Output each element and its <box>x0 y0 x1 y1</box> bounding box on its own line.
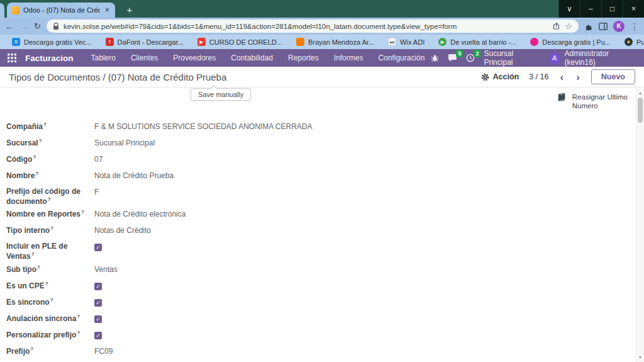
new-tab-button[interactable]: + <box>123 4 136 16</box>
scroll-up-icon[interactable]: ▲ <box>636 91 644 95</box>
menu-informes[interactable]: Informes <box>328 51 370 65</box>
menu-configuracion[interactable]: Configuración <box>372 51 431 65</box>
field-value[interactable]: Ventas <box>94 264 118 274</box>
field-row-es-un-cpe: Es un CPE?✓ <box>6 281 478 294</box>
field-row-sub-tipo: Sub tipo?Ventas <box>6 264 478 278</box>
debug-icon[interactable] <box>431 54 439 62</box>
checkbox-checked[interactable]: ✓ <box>94 244 102 251</box>
field-value[interactable]: Nota de Crédito electrónica <box>94 209 186 218</box>
back-icon[interactable]: ← <box>5 21 14 31</box>
help-marker: ? <box>50 297 53 303</box>
bookmark-star-icon[interactable]: ☆ <box>565 21 572 31</box>
bookmark-label: DaFont - Descargar... <box>118 38 184 46</box>
scrollbar-thumb[interactable] <box>638 98 643 123</box>
menu-clientes[interactable]: Clientes <box>125 51 164 65</box>
share-icon[interactable] <box>553 23 560 30</box>
checkbox-checked[interactable]: ✓ <box>94 299 102 307</box>
checkbox-checked[interactable]: ✓ <box>94 315 102 323</box>
field-value[interactable]: ✓ <box>94 330 102 339</box>
activities-clock-icon[interactable]: 2 <box>466 54 475 62</box>
field-value[interactable]: ✓ <box>94 242 102 251</box>
bookmark-dafont-descargar[interactable]: fDaFont - Descargar... <box>100 37 189 47</box>
wix-icon: wix <box>388 38 396 46</box>
field-row-compania: Compañía?F & M SOLUTIONS SERVICE SOCIEDA… <box>6 122 478 135</box>
browser-menu-icon[interactable]: ⋮ <box>630 21 639 31</box>
apps-grid-icon[interactable] <box>8 54 16 62</box>
field-value[interactable]: ✓ <box>94 281 102 290</box>
bookmarks-bar: VDescarga gratis Vec...fDaFont - Descarg… <box>0 35 644 49</box>
branch-selector[interactable]: Sucursal Principal <box>484 49 540 67</box>
field-label: Tipo interno? <box>6 225 87 235</box>
field-row-anulacion-sincrona: Anulación sincrona?✓ <box>6 314 478 327</box>
address-bar[interactable]: kevin.solse.pe/web#id=79&cids=1&bids=1&m… <box>47 20 579 33</box>
extensions-icon[interactable] <box>584 22 593 31</box>
pager-next-icon[interactable]: › <box>575 72 581 82</box>
side-panel-icon[interactable] <box>599 23 608 30</box>
pager-previous-icon[interactable]: ‹ <box>558 72 565 82</box>
reassign-last-number-button[interactable]: Reasignar Ultimo Numero <box>557 93 628 111</box>
bookmark-de-vuelta-al-barrio[interactable]: ▶De vuelta al barrio -... <box>433 37 522 47</box>
bookmark-descarga-gratis-vec[interactable]: VDescarga gratis Vec... <box>6 37 97 47</box>
field-value[interactable]: 07 <box>94 154 103 164</box>
field-row-nombre-en-reportes: Nombre en Reportes?Nota de Crédito elect… <box>6 209 478 222</box>
bookmark-punto-de-venta-ven[interactable]: ★Punto de venta Ven... <box>619 37 644 47</box>
lock-icon <box>53 23 59 30</box>
dafont-icon: f <box>106 38 114 46</box>
menu-tablero[interactable]: Tablero <box>85 51 122 65</box>
window-close-button[interactable]: × <box>623 0 644 18</box>
url-text[interactable]: kevin.solse.pe/web#id=79&cids=1&bids=1&m… <box>64 23 548 30</box>
field-value[interactable]: F <box>94 187 99 196</box>
field-value[interactable]: FC09 <box>94 346 113 356</box>
scroll-down-icon[interactable]: ▼ <box>636 355 644 359</box>
field-label: Sucursal? <box>6 138 87 148</box>
field-value[interactable]: Notas de Crédito <box>94 225 151 235</box>
field-value[interactable]: ✓ <box>94 314 102 323</box>
gear-icon <box>481 73 489 81</box>
bookmark-brayan-mendoza-ar[interactable]: Brayan Mendoza Ar... <box>291 37 380 47</box>
new-button[interactable]: Nuevo <box>591 69 635 84</box>
drop-icon <box>530 38 538 46</box>
field-value[interactable]: F & M SOLUTIONS SERVICE SOCIEDAD ANONIMA… <box>94 122 313 131</box>
checkbox-checked[interactable]: ✓ <box>94 283 102 290</box>
menu-proveedores[interactable]: Proveedores <box>167 51 222 65</box>
profile-avatar[interactable]: K <box>613 21 625 32</box>
bookmark-wix-adi[interactable]: wixWix ADI <box>382 37 430 47</box>
reload-icon[interactable]: ↻ <box>34 21 41 31</box>
tab-strip: Odoo - (07) Nota de Crédito Pru × + ∨–□× <box>0 0 644 18</box>
control-panel-right: Acción 3 / 16 ‹ › Nuevo <box>481 69 635 84</box>
field-value[interactable]: ✓ <box>94 297 102 307</box>
checkbox-checked[interactable]: ✓ <box>94 332 102 339</box>
field-value[interactable]: Nota de Crédito Prueba <box>94 171 174 180</box>
help-marker: ? <box>30 346 33 352</box>
window-tab-search-button[interactable]: ∨ <box>558 0 580 18</box>
breadcrumb[interactable]: Tipos de Documentos / (07) Nota de Crédi… <box>9 72 481 82</box>
field-row-prefijo-del-codigo-de-documento: Prefijo del código de documento?F <box>6 187 478 206</box>
reassign-label-line1: Reasignar Ultimo <box>572 93 628 101</box>
window-minimize-button[interactable]: – <box>580 0 601 18</box>
app-menus: TableroClientesProveedoresContabilidadRe… <box>85 51 431 65</box>
bookmark-label: De vuelta al barrio -... <box>450 38 516 46</box>
menu-contabilidad[interactable]: Contabilidad <box>225 51 279 65</box>
field-value[interactable]: Sucursal Principal <box>94 138 155 147</box>
navbar-right: 5 2 Sucursal Principal A Administrator (… <box>431 49 636 67</box>
vertical-scrollbar[interactable]: ▲ ▼ <box>636 88 644 362</box>
activities-badge: 2 <box>474 50 480 57</box>
action-menu-button[interactable]: Acción <box>481 72 519 81</box>
window-maximize-button[interactable]: □ <box>601 0 623 18</box>
browser-tab[interactable]: Odoo - (07) Nota de Crédito Pru × <box>7 3 115 18</box>
bookmark-curso-de-coreld[interactable]: ▶CURSO DE CORELD... <box>192 37 288 47</box>
odoo-favicon-icon <box>11 6 19 14</box>
help-marker: ? <box>39 138 42 144</box>
field-label: Código? <box>6 154 87 164</box>
bookmark-descarga-gratis-pu[interactable]: Descarga gratis | Pu... <box>525 37 616 47</box>
help-marker: ? <box>50 225 53 231</box>
help-marker: ? <box>33 154 36 160</box>
menu-reportes[interactable]: Reportes <box>282 51 325 65</box>
messages-icon[interactable]: 5 <box>448 54 457 62</box>
app-name[interactable]: Facturacion <box>25 54 74 63</box>
user-menu[interactable]: A Administrator (kevin16) <box>549 49 636 67</box>
forward-icon[interactable]: → <box>19 21 28 31</box>
help-marker: ? <box>77 330 80 336</box>
tab-close-icon[interactable]: × <box>104 6 111 14</box>
control-panel: Tipos de Documentos / (07) Nota de Crédi… <box>0 67 644 88</box>
